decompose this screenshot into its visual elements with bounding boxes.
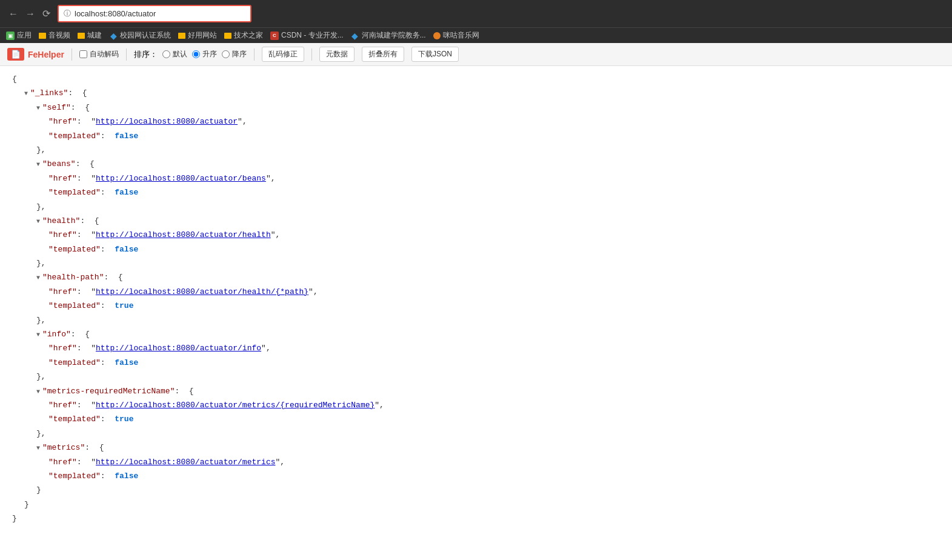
bookmark-henan-label: 河南城建学院教务... [362, 30, 426, 41]
fehelper-toolbar: 📄 FeHelper 自动解码 排序： 默认 升序 降序 乱码修正 元数据 折叠… [0, 43, 952, 66]
bookmark-video-label: 音视频 [48, 30, 70, 41]
metrics-required-templated-key: "templated" [48, 412, 101, 426]
bookmark-video[interactable]: 音视频 [39, 30, 70, 41]
json-metrics-required-close: }, [12, 427, 940, 441]
bookmark-apps[interactable]: ▣ 应用 [6, 30, 32, 41]
metrics-required-href-key: "href" [48, 398, 77, 412]
health-close-brace: }, [36, 256, 46, 270]
json-metrics-href-line: "href": "http://localhost:8080/actuator/… [12, 455, 940, 469]
bookmark-music-label: 咪咕音乐网 [443, 30, 479, 41]
health-path-href-link[interactable]: http://localhost:8080/actuator/health/{*… [96, 285, 308, 299]
divider-3 [254, 48, 255, 61]
health-path-templated-key: "templated" [48, 299, 101, 313]
bookmark-chengji[interactable]: 城建 [78, 30, 102, 41]
bookmark-music[interactable]: 咪咕音乐网 [433, 30, 479, 41]
browser-chrome: ← → ⟳ ⓘ localhost:8080/actuator [0, 0, 952, 27]
links-collapse-arrow[interactable] [24, 88, 28, 99]
sort-desc-radio[interactable] [222, 50, 230, 58]
metrics-collapse-arrow[interactable] [36, 443, 40, 454]
metrics-templated-value: false [115, 469, 138, 483]
json-beans-href-line: "href": "http://localhost:8080/actuator/… [12, 172, 940, 185]
haoyon-icon [178, 33, 185, 39]
metrics-templated-key: "templated" [48, 469, 101, 483]
bookmark-haoyon-label: 好用网站 [188, 30, 217, 41]
fix-encoding-button[interactable]: 乱码修正 [262, 47, 304, 62]
sort-label: 排序： [134, 49, 158, 60]
sort-default-radio-label[interactable]: 默认 [162, 49, 187, 59]
bookmark-csdn[interactable]: C CSDN - 专业开发... [270, 30, 344, 41]
info-templated-key: "templated" [48, 356, 101, 370]
reload-button[interactable]: ⟳ [40, 7, 53, 21]
sort-default-radio[interactable] [162, 50, 170, 58]
json-beans-line: "beans": { [12, 157, 940, 171]
self-key: "self" [42, 101, 71, 115]
health-path-templated-value: true [115, 299, 133, 313]
tech-icon [224, 33, 231, 39]
json-metrics-templated-line: "templated": false [12, 469, 940, 483]
bookmark-auth[interactable]: ◆ 校园网认证系统 [109, 30, 171, 41]
metrics-required-href-link[interactable]: http://localhost:8080/actuator/metrics/{… [96, 398, 374, 412]
metrics-required-key: "metrics-requiredMetricName" [42, 384, 175, 398]
sort-asc-label: 升序 [202, 49, 217, 59]
sort-asc-radio[interactable] [192, 50, 200, 58]
json-health-path-close: }, [12, 313, 940, 327]
self-href-key: "href" [48, 115, 77, 128]
nav-buttons: ← → ⟳ [6, 7, 53, 21]
json-health-close: }, [12, 256, 940, 270]
download-json-button[interactable]: 下载JSON [411, 47, 459, 62]
sort-desc-radio-label[interactable]: 降序 [222, 49, 247, 59]
json-info-templated-line: "templated": false [12, 356, 940, 370]
metrics-required-collapse-arrow[interactable] [36, 387, 40, 398]
metrics-required-close-brace: }, [36, 427, 46, 441]
health-path-collapse-arrow[interactable] [36, 273, 40, 284]
json-beans-templated-line: "templated": false [12, 185, 940, 199]
beans-collapse-arrow[interactable] [36, 159, 40, 170]
bookmark-tech[interactable]: 技术之家 [224, 30, 263, 41]
health-templated-value: false [115, 242, 138, 256]
forward-button[interactable]: → [23, 7, 38, 21]
address-bar-wrapper: ⓘ localhost:8080/actuator [58, 5, 946, 22]
beans-href-link[interactable]: http://localhost:8080/actuator/beans [96, 172, 266, 185]
info-close-brace: }, [36, 370, 46, 384]
auto-decode-input[interactable] [79, 50, 87, 58]
json-metrics-required-line: "metrics-requiredMetricName": { [12, 384, 940, 398]
bookmark-haoyon[interactable]: 好用网站 [178, 30, 217, 41]
beans-templated-value: false [115, 185, 138, 199]
health-key: "health" [42, 214, 80, 228]
meta-button[interactable]: 元数据 [319, 47, 355, 62]
back-button[interactable]: ← [6, 7, 21, 21]
json-info-line: "info": { [12, 327, 940, 341]
divider-2 [126, 48, 127, 61]
health-templated-key: "templated" [48, 242, 101, 256]
health-path-key: "health-path" [42, 270, 104, 284]
self-templated-key: "templated" [48, 129, 101, 143]
health-href-link[interactable]: http://localhost:8080/actuator/health [96, 228, 271, 242]
beans-href-key: "href" [48, 172, 77, 185]
bookmark-auth-label: 校园网认证系统 [120, 30, 171, 41]
info-collapse-arrow[interactable] [36, 330, 40, 341]
json-info-href-line: "href": "http://localhost:8080/actuator/… [12, 341, 940, 355]
json-links-line: "_links": { [12, 86, 940, 100]
health-collapse-arrow[interactable] [36, 216, 40, 227]
bookmark-tech-label: 技术之家 [234, 30, 263, 41]
info-href-link[interactable]: http://localhost:8080/actuator/info [96, 341, 261, 355]
self-href-link[interactable]: http://localhost:8080/actuator [96, 115, 238, 128]
bookmark-csdn-label: CSDN - 专业开发... [281, 30, 344, 41]
divider-4 [311, 48, 312, 61]
json-health-line: "health": { [12, 214, 940, 228]
json-metrics-required-href-line: "href": "http://localhost:8080/actuator/… [12, 398, 940, 412]
divider-1 [72, 48, 72, 61]
collapse-all-button[interactable]: 折叠所有 [362, 47, 404, 62]
metrics-href-link[interactable]: http://localhost:8080/actuator/metrics [96, 455, 275, 469]
sort-asc-radio-label[interactable]: 升序 [192, 49, 217, 59]
address-bar[interactable]: ⓘ localhost:8080/actuator [58, 5, 251, 22]
metrics-key: "metrics" [42, 441, 85, 455]
apps-icon: ▣ [6, 32, 15, 40]
bookmark-chengji-label: 城建 [87, 30, 102, 41]
auto-decode-checkbox[interactable]: 自动解码 [79, 49, 119, 59]
self-collapse-arrow[interactable] [36, 103, 40, 114]
music-icon [433, 32, 441, 39]
bookmark-henan[interactable]: ◆ 河南城建学院教务... [351, 30, 426, 41]
json-viewer: { "_links": { "self": { "href": "http://… [0, 66, 952, 551]
json-health-path-templated-line: "templated": true [12, 299, 940, 313]
